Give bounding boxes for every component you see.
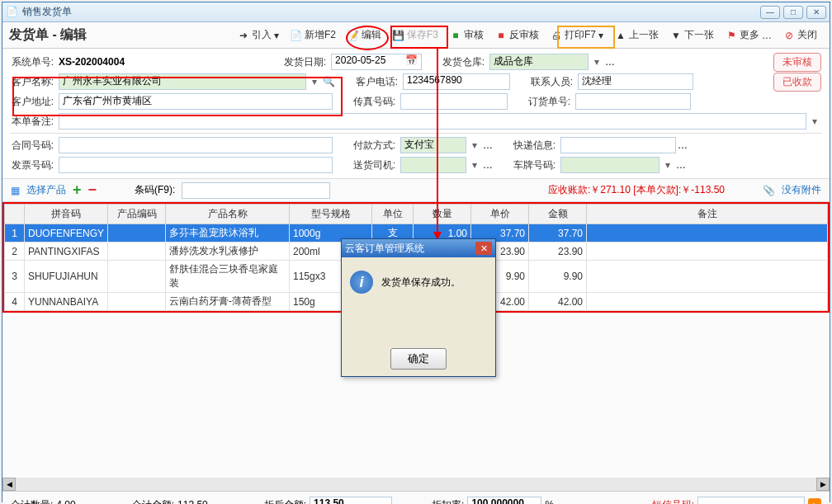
dialog-title: 云客订单管理系统 (345, 242, 475, 256)
discrate-label: 折扣率: (432, 498, 464, 505)
calendar-icon[interactable]: 📅 (405, 54, 418, 66)
note-dropdown[interactable]: ▾ (808, 115, 821, 127)
col-amount[interactable]: 金额 (529, 205, 587, 224)
contact-label: 联系人员: (530, 75, 576, 89)
warehouse-label: 发货仓库: (442, 55, 488, 69)
print-button[interactable]: 🖨打印F7▾ (546, 26, 608, 45)
scroll-right-button[interactable]: ▶ (816, 478, 830, 491)
minimize-button[interactable]: — (760, 6, 780, 19)
owe-label: [本单欠款]: (633, 184, 681, 195)
col-price[interactable]: 单价 (471, 205, 529, 224)
close-window-button[interactable]: ✕ (806, 6, 826, 19)
warehouse-more[interactable]: … (605, 56, 615, 68)
status-unaudited: 未审核 (773, 53, 821, 72)
contract-label: 合同号码: (11, 139, 57, 153)
note-input[interactable] (59, 113, 806, 130)
orderno-input[interactable] (575, 93, 691, 110)
plate-label: 车牌号码: (513, 158, 559, 172)
date-input[interactable]: 2020-05-25 📅 (331, 54, 422, 70)
product-bar: ▦ 选择产品 + − 条码(F9): 应收账款:￥271.10 [本单欠款]:￥… (2, 178, 830, 202)
save-button[interactable]: 💾保存F3 (388, 26, 443, 45)
horizontal-scrollbar[interactable]: ◀ ▶ (2, 478, 830, 491)
col-pinyin[interactable]: 拼音码 (25, 205, 108, 224)
fax-input[interactable] (400, 93, 508, 110)
express-input[interactable] (560, 137, 676, 153)
info-icon: i (350, 271, 373, 294)
receivable-label: 应收账款: (548, 184, 590, 195)
custname-search-icon[interactable]: 🔍 (323, 76, 335, 87)
col-remark[interactable]: 备注 (587, 205, 828, 224)
add-row-button[interactable]: + (73, 181, 82, 199)
plate-dropdown[interactable]: ▾ (661, 159, 674, 171)
discamt-input[interactable]: 113.50 (310, 497, 392, 504)
dialog-ok-button[interactable]: 确定 (390, 348, 447, 370)
custname-input[interactable]: 广州永丰实业有限公司 (59, 73, 306, 90)
warehouse-input[interactable]: 成品仓库 (489, 54, 589, 70)
titlebar: 📄 销售发货单 — □ ✕ (2, 2, 830, 22)
remove-row-button[interactable]: − (88, 181, 97, 199)
more-icon: ⚑ (726, 30, 737, 41)
scroll-left-button[interactable]: ◀ (2, 478, 16, 491)
select-product-link[interactable]: 选择产品 (26, 183, 66, 197)
phone-input[interactable]: 1234567890 (403, 73, 510, 90)
close-button[interactable]: ⊘关闭 (778, 26, 822, 45)
audit-button[interactable]: ■审核 (445, 26, 489, 45)
driver-more[interactable]: … (483, 159, 493, 171)
window-title: 销售发货单 (22, 5, 760, 19)
driver-dropdown[interactable]: ▾ (468, 159, 481, 171)
invoice-label: 发票号码: (11, 158, 57, 172)
plate-input[interactable] (560, 157, 659, 173)
col-idx[interactable] (5, 205, 25, 224)
attach-icon[interactable]: 📎 (763, 185, 775, 196)
unaudit-icon: ■ (495, 30, 507, 41)
col-code[interactable]: 产品编码 (108, 205, 166, 224)
paymethod-input[interactable]: 支付宝 (400, 137, 466, 153)
date-label: 发货日期: (283, 55, 329, 69)
custname-label: 客户名称: (11, 75, 57, 89)
express-more[interactable]: … (678, 139, 688, 151)
col-qty[interactable]: 数量 (414, 205, 471, 224)
custaddr-label: 客户地址: (11, 95, 57, 109)
custaddr-input[interactable]: 广东省广州市黄埔区 (59, 93, 333, 110)
new-icon: 📄 (291, 30, 302, 41)
col-spec[interactable]: 型号规格 (290, 205, 372, 224)
sms-input[interactable] (697, 497, 805, 504)
receivable-value: ￥271.10 (590, 184, 631, 195)
import-button[interactable]: ➜引入▾ (233, 26, 284, 45)
save-icon: 💾 (393, 30, 404, 41)
totals-area: 合计数量: 4.00 合计金额: 113.50 折后金额: 113.50 折扣率… (2, 491, 830, 504)
paymethod-more[interactable]: … (483, 139, 493, 151)
next-button[interactable]: ▼下一张 (665, 26, 719, 45)
plate-more[interactable]: … (676, 159, 686, 171)
col-unit[interactable]: 单位 (372, 205, 414, 224)
barcode-label: 条码(F9): (135, 183, 175, 197)
edit-button[interactable]: 📝编辑 (343, 26, 386, 45)
more-button[interactable]: ⚑更多… (721, 26, 777, 45)
col-name[interactable]: 产品名称 (166, 205, 290, 224)
print-icon: 🖨 (551, 30, 562, 41)
contract-input[interactable] (59, 137, 333, 153)
barcode-input[interactable] (182, 182, 330, 199)
warehouse-dropdown[interactable]: ▾ (590, 56, 603, 68)
edit-icon: 📝 (347, 30, 359, 41)
invoice-input[interactable] (59, 157, 333, 173)
rss-icon[interactable]: ∿ (808, 498, 821, 504)
contact-input[interactable]: 沈经理 (578, 73, 693, 90)
paymethod-dropdown[interactable]: ▾ (468, 139, 481, 151)
discrate-input[interactable]: 100.000000 (467, 497, 541, 504)
dialog-titlebar: 云客订单管理系统 ✕ (342, 239, 495, 257)
new-button[interactable]: 📄新增F2 (286, 26, 341, 45)
prev-button[interactable]: ▲上一张 (610, 26, 664, 45)
next-icon: ▼ (670, 30, 682, 41)
driver-input[interactable] (400, 157, 466, 173)
app-icon: 📄 (6, 6, 19, 19)
no-attach-link[interactable]: 没有附件 (782, 183, 821, 197)
custname-dropdown[interactable]: ▾ (308, 76, 321, 87)
maximize-button[interactable]: □ (783, 6, 803, 19)
dialog-close-button[interactable]: ✕ (475, 242, 492, 255)
unaudit-button[interactable]: ■反审核 (490, 26, 544, 45)
prev-icon: ▲ (615, 30, 626, 41)
grid-header-row: 拼音码 产品编码 产品名称 型号规格 单位 数量 单价 金额 备注 (5, 205, 828, 224)
discamt-label: 折后金额: (264, 498, 306, 505)
note-label: 本单备注: (11, 115, 57, 129)
